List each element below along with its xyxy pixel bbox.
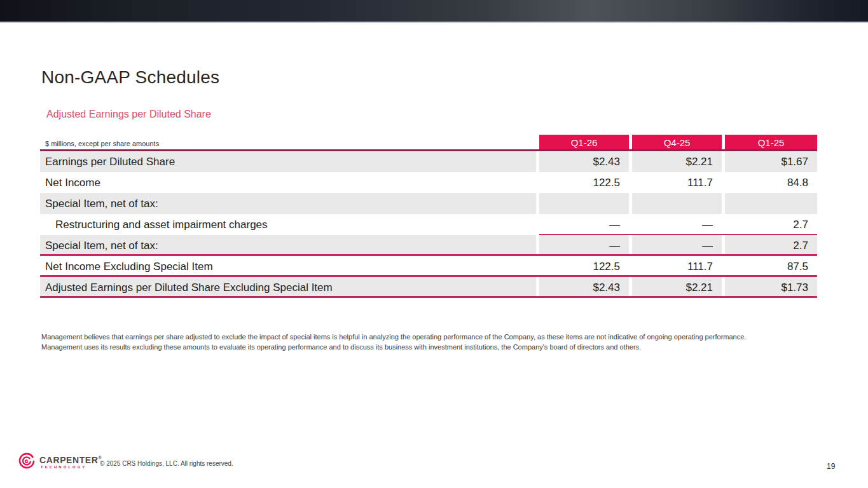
logo-secondary-text: TECHNOLOGY xyxy=(39,465,102,469)
row-value: $2.21 xyxy=(632,277,722,296)
top-accent-bar xyxy=(0,0,868,23)
row-label: Adjusted Earnings per Diluted Share Excl… xyxy=(40,277,536,296)
row-value: $2.43 xyxy=(539,277,629,296)
row-value: — xyxy=(632,235,722,254)
page-number: 19 xyxy=(827,462,835,471)
row-value: 2.7 xyxy=(725,235,817,254)
row-value: 111.7 xyxy=(632,172,722,193)
company-logo: CARPENTER® TECHNOLOGY xyxy=(18,452,102,470)
row-value: $2.21 xyxy=(632,151,722,172)
column-header-q4-25: Q4-25 xyxy=(632,135,722,149)
row-value: — xyxy=(539,214,629,235)
row-value: — xyxy=(539,235,629,254)
row-label: Restructuring and asset impairment charg… xyxy=(40,214,536,235)
table-row: Adjusted Earnings per Diluted Share Excl… xyxy=(40,277,817,298)
logo-text: CARPENTER® TECHNOLOGY xyxy=(39,454,102,470)
carpenter-swirl-icon xyxy=(18,452,36,470)
table-header-row: $ millions, except per share amounts Q1-… xyxy=(40,135,817,151)
footnote-line: Management believes that earnings per sh… xyxy=(41,332,804,342)
column-header-q1-25: Q1-25 xyxy=(725,135,817,149)
table-row: Special Item, net of tax: xyxy=(40,193,817,214)
footnote-line: Management uses its results excluding th… xyxy=(41,342,804,352)
row-value: — xyxy=(632,214,722,235)
row-value: 87.5 xyxy=(725,256,817,275)
row-value xyxy=(632,193,722,214)
table-row: Restructuring and asset impairment charg… xyxy=(40,214,817,235)
row-value: $1.73 xyxy=(725,277,817,296)
table-row: Earnings per Diluted Share$2.43$2.21$1.6… xyxy=(40,151,817,172)
logo-primary-text: CARPENTER® xyxy=(39,454,102,464)
table-row: Special Item, net of tax:——2.7 xyxy=(40,235,817,256)
table-row: Net Income122.5111.784.8 xyxy=(40,172,817,193)
table-row: Net Income Excluding Special Item122.511… xyxy=(40,256,817,277)
copyright-text: © 2025 CRS Holdings, LLC. All rights res… xyxy=(100,460,233,467)
adjusted-eps-table: $ millions, except per share amounts Q1-… xyxy=(40,135,817,298)
footnote: Management believes that earnings per sh… xyxy=(41,332,804,352)
slide-canvas: Non-GAAP Schedules Adjusted Earnings per… xyxy=(0,0,868,488)
row-value: 122.5 xyxy=(539,172,629,193)
row-value: 84.8 xyxy=(725,172,817,193)
table-unit-label: $ millions, except per share amounts xyxy=(40,135,536,149)
row-value xyxy=(539,193,629,214)
page-title: Non-GAAP Schedules xyxy=(41,67,219,88)
row-value: 2.7 xyxy=(725,214,817,235)
row-value: 122.5 xyxy=(539,256,629,275)
row-label: Earnings per Diluted Share xyxy=(40,151,536,172)
row-value xyxy=(725,193,817,214)
table-body: Earnings per Diluted Share$2.43$2.21$1.6… xyxy=(40,151,817,298)
row-label: Special Item, net of tax: xyxy=(40,193,536,214)
row-label: Net Income xyxy=(40,172,536,193)
row-label: Net Income Excluding Special Item xyxy=(40,256,536,275)
row-value: $2.43 xyxy=(539,151,629,172)
table-subtitle: Adjusted Earnings per Diluted Share xyxy=(46,109,211,120)
column-header-q1-26: Q1-26 xyxy=(539,135,629,149)
row-value: $1.67 xyxy=(725,151,817,172)
row-value: 111.7 xyxy=(632,256,722,275)
row-label: Special Item, net of tax: xyxy=(40,235,536,254)
